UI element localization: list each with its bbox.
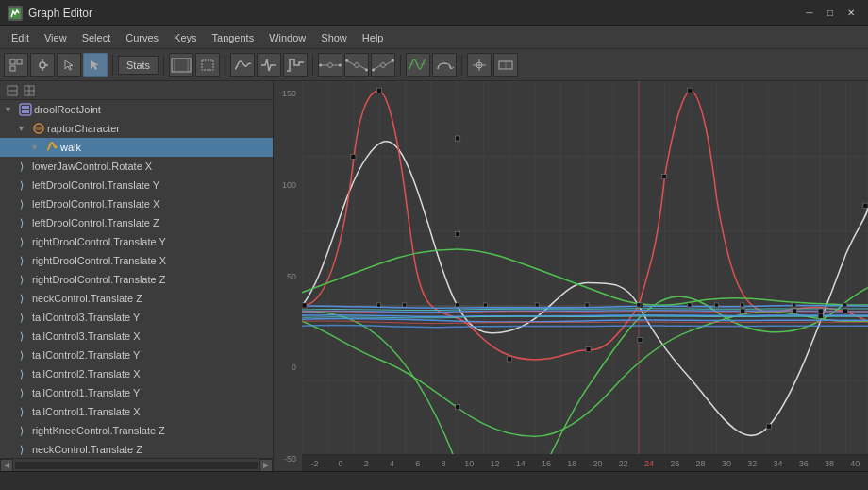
x-label: 18 xyxy=(559,459,585,468)
x-axis: -2 0 2 4 6 8 10 12 14 16 18 20 22 24 26 … xyxy=(302,454,868,471)
tree-node-droolrootjoint[interactable]: ▼ droolRootJoint xyxy=(0,100,273,119)
y-label-100: 100 xyxy=(275,180,300,190)
graph-panel[interactable]: 150 100 50 0 -50 xyxy=(274,81,868,471)
left-scrollbar[interactable]: ◀ ▶ xyxy=(0,458,273,471)
tool-tangent2[interactable] xyxy=(344,53,369,77)
svg-rect-87 xyxy=(766,424,771,429)
curve-list-item[interactable]: rightDroolControl.Translate Z xyxy=(0,270,273,289)
minimize-button[interactable]: ─ xyxy=(800,6,819,21)
tool-select[interactable] xyxy=(83,53,108,77)
tool-tangent1[interactable] xyxy=(318,53,342,77)
scroll-right-button[interactable]: ▶ xyxy=(259,459,273,472)
key-icon xyxy=(15,370,28,378)
tool-graph2[interactable] xyxy=(257,53,281,77)
curve-list-item[interactable]: tailControl2.Translate Y xyxy=(0,346,273,364)
menu-item-show[interactable]: Show xyxy=(313,29,355,46)
tool-extra1[interactable] xyxy=(467,53,492,77)
x-label: 38 xyxy=(816,459,842,468)
expand-all-button[interactable] xyxy=(21,82,38,99)
scroll-track[interactable] xyxy=(15,462,258,469)
menu-item-view[interactable]: View xyxy=(37,29,75,46)
x-label: 0 xyxy=(327,459,353,468)
curve-list-item[interactable]: leftDroolControl.Translate Z xyxy=(0,213,273,232)
curve-list-item[interactable]: tailControl3.Translate Y xyxy=(0,308,273,327)
tool-frame-sel[interactable] xyxy=(195,53,220,77)
svg-rect-102 xyxy=(793,303,796,307)
curve-label: leftDroolControl.Translate Z xyxy=(32,217,159,228)
graph-svg[interactable] xyxy=(302,81,868,456)
svg-rect-77 xyxy=(586,347,591,352)
menu-item-help[interactable]: Help xyxy=(355,29,392,46)
key-icon xyxy=(15,219,28,227)
expand-arrow: ▼ xyxy=(30,143,43,152)
curve-label: rightDroolControl.Translate Z xyxy=(32,274,165,285)
svg-rect-89 xyxy=(456,405,460,410)
tool-loop[interactable] xyxy=(432,53,457,77)
node-icon xyxy=(17,103,34,116)
separator-2 xyxy=(163,55,164,76)
svg-rect-94 xyxy=(456,303,459,307)
curve-list-item[interactable]: leftDroolControl.Translate Y xyxy=(0,176,273,194)
key-icon xyxy=(15,408,28,415)
curve-list-item[interactable]: leftDroolControl.Translate X xyxy=(0,194,273,213)
tool-graph1[interactable] xyxy=(230,53,255,77)
collapse-all-button[interactable] xyxy=(4,82,21,99)
curve-label: tailControl3.Translate X xyxy=(32,330,141,342)
menu-item-tangents[interactable]: Tangents xyxy=(205,29,262,46)
separator-1 xyxy=(112,55,113,76)
menu-item-window[interactable]: Window xyxy=(261,29,313,46)
separator-6 xyxy=(461,55,462,76)
separator-4 xyxy=(312,55,313,76)
curve-label: tailControl3.Translate Y xyxy=(32,312,140,323)
curve-list-item[interactable]: tailControl3.Translate X xyxy=(0,327,273,346)
tool-extra2[interactable] xyxy=(493,53,518,77)
svg-rect-99 xyxy=(688,303,692,307)
svg-rect-40 xyxy=(22,110,29,113)
key-icon xyxy=(15,351,28,359)
tool-tangent3[interactable] xyxy=(371,53,395,77)
key-icon xyxy=(15,446,28,453)
curve-list-item[interactable]: neckControl.Translate Z xyxy=(0,440,273,458)
svg-rect-96 xyxy=(535,303,539,307)
curve-list-item[interactable]: rightKneeControl.Translate Z xyxy=(0,421,273,440)
svg-rect-2 xyxy=(17,59,22,64)
tool-expand[interactable] xyxy=(4,53,28,77)
curve-list-item[interactable]: rightDroolControl.Translate Y xyxy=(0,232,273,251)
svg-rect-11 xyxy=(202,60,213,70)
curve-list-item[interactable]: tailControl1.Translate X xyxy=(0,402,273,421)
curve-list-item[interactable]: neckControl.Translate Z xyxy=(0,289,273,308)
menu-item-curves[interactable]: Curves xyxy=(118,29,166,46)
curve-label: leftDroolControl.Translate X xyxy=(32,198,159,210)
curve-label: tailControl1.Translate Y xyxy=(32,387,140,398)
curve-list-item[interactable]: rightDroolControl.Translate X xyxy=(0,251,273,270)
tree-container[interactable]: ▼ droolRootJoint ▼ xyxy=(0,100,273,458)
stats-button[interactable]: Stats xyxy=(118,56,159,75)
y-label-0: 0 xyxy=(275,363,300,372)
tree-node-raptorcharacter[interactable]: ▼ raptorCharacter xyxy=(0,119,273,138)
svg-rect-83 xyxy=(843,309,848,313)
curve-label: tailControl1.Translate X xyxy=(32,406,141,417)
key-icon xyxy=(15,238,28,245)
svg-rect-95 xyxy=(483,303,487,307)
tool-graph3[interactable] xyxy=(283,53,308,77)
curve-list-item[interactable]: tailControl2.Translate X xyxy=(0,364,273,383)
curve-label: rightDroolControl.Translate X xyxy=(32,255,166,266)
tree-header xyxy=(0,81,273,100)
tree-node-walk[interactable]: ▼ walk xyxy=(0,138,273,157)
tool-frame-all[interactable] xyxy=(169,53,193,77)
tool-cursor[interactable] xyxy=(57,53,81,77)
curve-list-item[interactable]: tailControl1.Translate Y xyxy=(0,383,273,402)
menu-item-keys[interactable]: Keys xyxy=(166,29,204,46)
tool-normalize[interactable] xyxy=(406,53,430,77)
close-button[interactable]: ✕ xyxy=(842,6,860,21)
scroll-left-button[interactable]: ◀ xyxy=(0,459,13,472)
menu-item-select[interactable]: Select xyxy=(75,29,119,46)
key-icon xyxy=(15,257,28,264)
y-axis: 150 100 50 0 -50 xyxy=(274,81,302,471)
maximize-button[interactable]: □ xyxy=(821,6,840,21)
menu-item-edit[interactable]: Edit xyxy=(4,29,37,46)
curve-label: lowerJawControl.Rotate X xyxy=(32,161,152,172)
tool-key[interactable] xyxy=(30,53,55,77)
curve-list-item[interactable]: lowerJawControl.Rotate X xyxy=(0,157,273,176)
x-label: 34 xyxy=(765,459,791,468)
